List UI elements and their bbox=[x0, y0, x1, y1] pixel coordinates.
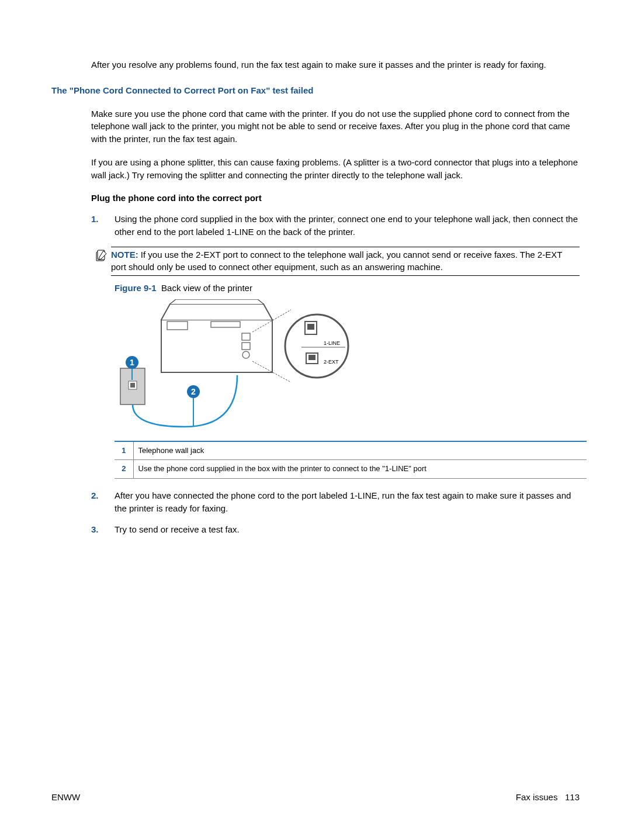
page-footer: ENWW Fax issues 113 bbox=[51, 791, 580, 804]
figure-label: Figure 9-1 bbox=[115, 283, 157, 293]
footer-left: ENWW bbox=[51, 791, 80, 804]
callout-1-bubble: 1 bbox=[130, 358, 134, 367]
figure-diagram: 1 2 1-LINE 2-EXT bbox=[115, 299, 580, 437]
step-3: Try to send or receive a test fax. bbox=[91, 523, 580, 536]
legend-1-num: 1 bbox=[115, 441, 133, 460]
svg-rect-3 bbox=[130, 383, 135, 388]
intro-paragraph: After you resolve any problems found, ru… bbox=[91, 58, 580, 71]
port-2-ext-label: 2-EXT bbox=[324, 359, 339, 365]
svg-rect-20 bbox=[308, 355, 316, 360]
section-heading: The "Phone Cord Connected to Correct Por… bbox=[51, 84, 580, 97]
note-icon bbox=[96, 250, 108, 265]
callout-2-bubble: 2 bbox=[191, 387, 196, 396]
body-paragraph-1: Make sure you use the phone cord that ca… bbox=[91, 108, 580, 146]
steps-list-cont: After you have connected the phone cord … bbox=[91, 489, 580, 535]
step-2-text: After you have connected the phone cord … bbox=[115, 490, 571, 513]
note-block: NOTE: If you use the 2-EXT port to conne… bbox=[111, 247, 580, 276]
legend-2-text: Use the phone cord supplied in the box w… bbox=[133, 460, 587, 479]
step-2: After you have connected the phone cord … bbox=[91, 489, 580, 515]
figure-caption-text: Back view of the printer bbox=[161, 283, 252, 293]
step-1: Using the phone cord supplied in the box… bbox=[91, 213, 580, 238]
legend-2-num: 2 bbox=[115, 460, 133, 479]
legend-1-text: Telephone wall jack bbox=[133, 441, 587, 460]
legend-table: 1 Telephone wall jack 2 Use the phone co… bbox=[115, 441, 587, 479]
footer-section-label: Fax issues bbox=[516, 792, 558, 802]
body-paragraph-2: If you are using a phone splitter, this … bbox=[91, 156, 580, 182]
step-1-text: Using the phone cord supplied in the box… bbox=[115, 214, 578, 237]
footer-page-number: 113 bbox=[565, 792, 580, 802]
svg-rect-17 bbox=[307, 324, 314, 330]
note-label: NOTE: bbox=[111, 250, 138, 260]
port-1-line-label: 1-LINE bbox=[324, 340, 340, 346]
steps-list: Using the phone cord supplied in the box… bbox=[91, 213, 580, 238]
figure-caption: Figure 9-1 Back view of the printer bbox=[115, 282, 580, 295]
legend-row-1: 1 Telephone wall jack bbox=[115, 441, 587, 460]
footer-right: Fax issues 113 bbox=[516, 791, 580, 804]
step-3-text: Try to send or receive a test fax. bbox=[115, 524, 240, 534]
note-text: If you use the 2-EXT port to connect to … bbox=[111, 250, 562, 272]
subheading: Plug the phone cord into the correct por… bbox=[91, 192, 580, 205]
legend-row-2: 2 Use the phone cord supplied in the box… bbox=[115, 460, 587, 479]
